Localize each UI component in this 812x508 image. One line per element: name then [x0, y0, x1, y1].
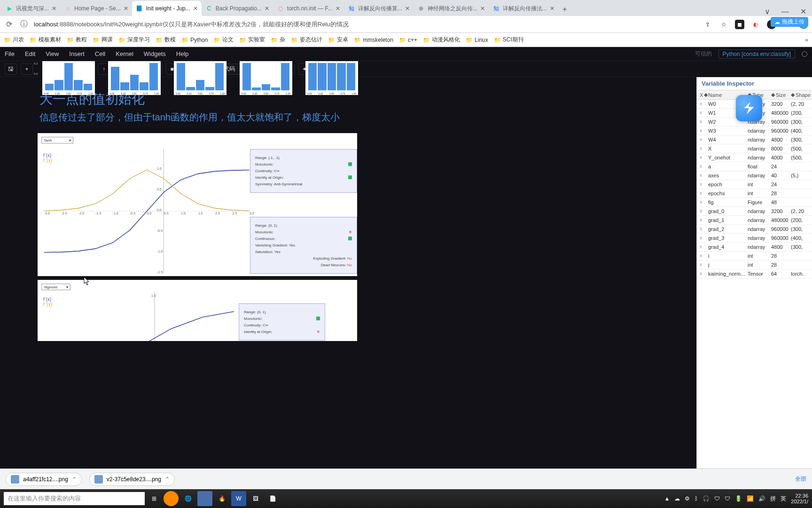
app-icon[interactable]	[197, 491, 212, 506]
delete-var-icon[interactable]: x	[700, 182, 708, 187]
bookmark-item[interactable]: 📁c++	[399, 37, 417, 43]
bookmark-item[interactable]: 📁网课	[93, 36, 113, 44]
bookmark-item[interactable]: 📁姿态估计	[291, 36, 322, 44]
delete-var-icon[interactable]: x	[700, 128, 708, 134]
table-row[interactable]: xafloat24	[697, 162, 812, 171]
table-row[interactable]: xiint28	[697, 252, 812, 261]
delete-var-icon[interactable]: x	[700, 190, 708, 196]
tray-icon[interactable]: 🎧	[703, 495, 710, 502]
url-field[interactable]: localhost:8888/notebooks/Init%20weight.i…	[34, 20, 698, 29]
ime-lang[interactable]: 英	[781, 495, 786, 503]
chrome-icon[interactable]: 🌐	[180, 491, 195, 506]
bookmark-item[interactable]: 📁深度学习	[118, 36, 150, 44]
tray-icon[interactable]: ☁	[674, 495, 680, 502]
tray-icon[interactable]: 🛡	[714, 495, 720, 502]
download-item[interactable]: v2-37c5e8de23....png⌃	[89, 473, 175, 486]
table-row[interactable]: xW4ndarray4800(300,	[697, 135, 812, 144]
table-row[interactable]: xgrad_3ndarray960000(400,	[697, 234, 812, 243]
delete-var-icon[interactable]: x	[700, 262, 708, 268]
bluetooth-icon[interactable]: ᛒ	[695, 495, 698, 502]
bookmark-item[interactable]: 📁mmskeleton	[354, 37, 393, 43]
close-icon[interactable]: ✕	[193, 5, 198, 12]
table-row[interactable]: xgrad_2ndarray960000(300,	[697, 225, 812, 234]
delete-var-icon[interactable]: x	[700, 164, 708, 169]
delete-var-icon[interactable]: x	[700, 137, 708, 143]
taskbar-clock[interactable]: 22:36 2022/1/	[791, 493, 808, 504]
close-icon[interactable]: ✕	[405, 5, 410, 12]
table-row[interactable]: xgrad_4ndarray4800(300,	[697, 243, 812, 252]
bookmark-item[interactable]: 📁论文	[213, 36, 234, 44]
delete-var-icon[interactable]: x	[700, 173, 708, 178]
bookmark-item[interactable]: 📁动漫风格化	[423, 36, 460, 44]
tray-icon[interactable]: ⚙	[685, 495, 690, 502]
ime-indicator[interactable]: 拼	[770, 495, 776, 503]
browser-tab[interactable]: ▶讯视觉与深...✕	[2, 1, 60, 16]
bookmark-item[interactable]: 📁川农	[4, 36, 24, 44]
browser-tab[interactable]: 📘Init weight - Jup...✕	[132, 1, 202, 16]
window-minimize-icon[interactable]: ∨	[765, 7, 770, 16]
chevron-up-icon[interactable]: ⌃	[72, 476, 77, 483]
close-icon[interactable]: ✕	[124, 5, 128, 12]
window-close-icon[interactable]: ✕	[800, 7, 806, 16]
thunder-app-icon[interactable]	[736, 95, 762, 121]
download-item[interactable]: a4aff21fc12....png⌃	[6, 473, 82, 486]
table-row[interactable]: xXndarray8000(500,	[697, 144, 812, 153]
delete-var-icon[interactable]: x	[700, 226, 708, 232]
ext-icon[interactable]: ◐	[751, 20, 760, 29]
table-row[interactable]: xaxesndarray40(5,)	[697, 171, 812, 180]
variable-inspector-panel[interactable]: Variable Inspector X ◆ Name ◆ Type ◆ Siz…	[696, 77, 812, 468]
show-all-downloads[interactable]: 全部	[795, 475, 806, 483]
wifi-icon[interactable]: 📶	[747, 495, 754, 502]
new-tab-button[interactable]: +	[558, 3, 571, 16]
delete-var-icon[interactable]: x	[700, 217, 708, 223]
delete-var-icon[interactable]: x	[700, 253, 708, 259]
delete-var-icon[interactable]: x	[700, 110, 708, 116]
bookmark-item[interactable]: 📁Linux	[466, 37, 488, 43]
delete-var-icon[interactable]: x	[700, 235, 708, 241]
browser-tab[interactable]: ◌torch.nn.init — F...✕	[273, 1, 344, 16]
activation-select[interactable]: Sigmoid▾	[41, 284, 70, 290]
bookmark-item[interactable]: 📁SCI期刊	[494, 36, 523, 44]
browser-tab[interactable]: 知详解反向传播法...✕	[489, 1, 558, 16]
delete-var-icon[interactable]: x	[700, 146, 708, 151]
bookmark-item[interactable]: 📁教程	[67, 36, 87, 44]
activation-select[interactable]: Tanh▾	[41, 137, 73, 143]
app-icon[interactable]: 🖼	[248, 491, 263, 506]
table-row[interactable]: xjint28	[697, 261, 812, 270]
close-icon[interactable]: ✕	[480, 5, 485, 12]
table-row[interactable]: xepochint24	[697, 180, 812, 189]
delete-var-icon[interactable]: x	[700, 208, 708, 214]
tray-icon[interactable]: 🛡	[725, 495, 730, 502]
delete-var-icon[interactable]: x	[700, 101, 708, 107]
table-row[interactable]: xkaiming_norma...Tensor64torch.	[697, 270, 812, 278]
bookmark-item[interactable]: 📁实验室	[239, 36, 265, 44]
table-row[interactable]: xgrad_1ndarray480000(200,	[697, 216, 812, 225]
delete-var-icon[interactable]: x	[700, 119, 708, 125]
tray-icon[interactable]: ▲	[664, 495, 670, 502]
windows-search-input[interactable]: 在这里输入你要搜索的内容	[4, 492, 145, 505]
delete-var-icon[interactable]: x	[700, 155, 708, 160]
cloud-upload-button[interactable]: ☁ 拖拽上传	[771, 17, 808, 27]
star-icon[interactable]: ☆	[719, 20, 728, 29]
table-row[interactable]: xW3ndarray960000(400,	[697, 127, 812, 135]
window-minimize-icon[interactable]: —	[781, 8, 789, 16]
bookmark-item[interactable]: 📁杂	[271, 36, 285, 44]
table-row[interactable]: xgrad_0ndarray3200(2, 20	[697, 207, 812, 216]
browser-tab[interactable]: ⊕神经网络之反向传...✕	[414, 1, 489, 16]
task-view-icon[interactable]: ⊞	[147, 491, 162, 506]
share-icon[interactable]: ⇪	[703, 20, 712, 29]
close-icon[interactable]: ✕	[265, 5, 269, 12]
close-icon[interactable]: ✕	[550, 5, 554, 12]
volume-icon[interactable]: 🔊	[758, 495, 765, 502]
app-icon[interactable]: 📄	[265, 491, 280, 506]
browser-tab[interactable]: CBack Propagatio...✕	[202, 1, 273, 16]
ext-icon[interactable]: ◼	[735, 20, 744, 29]
table-row[interactable]: xY_onehotndarray4000(500,	[697, 153, 812, 162]
delete-var-icon[interactable]: x	[700, 244, 708, 250]
table-row[interactable]: xepochsint28	[697, 189, 812, 198]
bookmark-item[interactable]: 📁安卓	[328, 36, 348, 44]
bookmarks-overflow-icon[interactable]: »	[805, 37, 808, 43]
browser-tab[interactable]: 知详解反向传播算...✕	[344, 1, 414, 16]
reload-icon[interactable]: ⟳	[4, 19, 14, 30]
site-info-icon[interactable]: ⓘ	[19, 19, 29, 30]
